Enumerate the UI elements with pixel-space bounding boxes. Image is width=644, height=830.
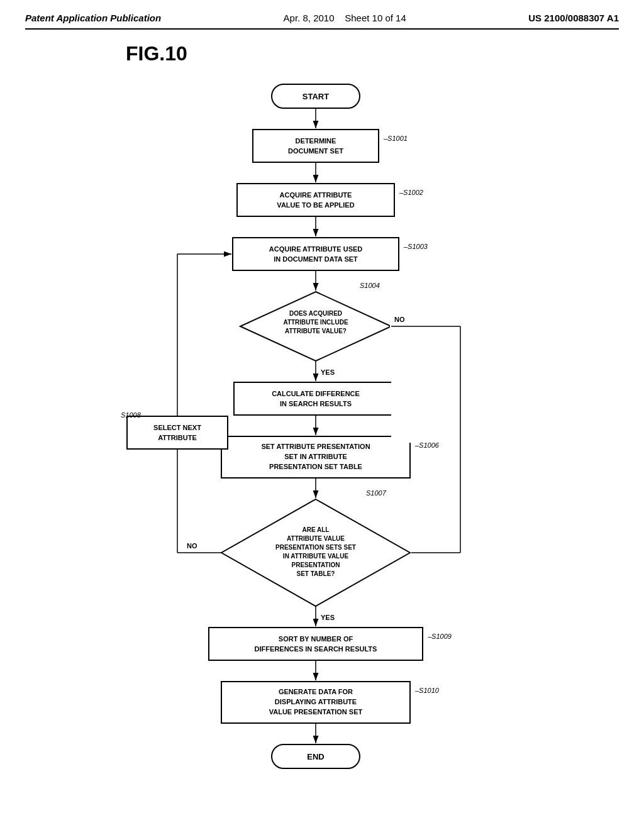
- svg-rect-20: [127, 416, 228, 449]
- s1004-text1: DOES ACQUIRED: [289, 310, 342, 317]
- s1008-label: S1008: [121, 411, 142, 419]
- s1004-label: S1004: [360, 282, 380, 289]
- s1009-line2: DIFFERENCES IN SEARCH RESULTS: [255, 645, 377, 653]
- s1002-label: –S1002: [399, 189, 423, 196]
- s1007-text6: SET TABLE?: [297, 570, 335, 577]
- svg-rect-12: [234, 382, 397, 415]
- s1006-line3: PRESENTATION SET TABLE: [269, 463, 362, 470]
- s1003-line1: ACQUIRE ATTRIBUTE USED: [269, 245, 363, 253]
- flowchart-svg: START DETERMINE DOCUMENT SET –S1001 ACQU…: [102, 78, 542, 782]
- publication-label: Patent Application Publication: [25, 13, 161, 23]
- yes-label-s1004: YES: [321, 368, 335, 376]
- s1005-line1: CALCULATE DIFFERENCE: [272, 390, 360, 397]
- s1009-line1: SORT BY NUMBER OF: [279, 635, 353, 643]
- s1010-line3: VALUE PRESENTATION SET: [269, 708, 363, 716]
- svg-rect-7: [233, 238, 399, 270]
- s1001-line2: DOCUMENT SET: [288, 147, 343, 155]
- fig-title: FIG.10: [126, 42, 187, 65]
- svg-rect-3: [253, 130, 379, 162]
- s1010-line1: GENERATE DATA FOR: [279, 688, 353, 695]
- s1002-line1: ACQUIRE ATTRIBUTE: [280, 191, 352, 199]
- s1001-label: –S1001: [383, 135, 408, 142]
- no-label-s1007: NO: [187, 542, 197, 550]
- sheet-label: Sheet 10 of 14: [345, 13, 406, 23]
- s1004-text3: ATTRIBUTE VALUE?: [285, 328, 347, 335]
- s1007-text5: PRESENTATION: [292, 562, 340, 568]
- s1008-line2: ATTRIBUTE: [158, 434, 197, 441]
- page: Patent Application Publication Apr. 8, 2…: [0, 0, 644, 830]
- s1007-text4: IN ATTRIBUTE VALUE: [283, 553, 349, 560]
- s1003-line2: IN DOCUMENT DATA SET: [274, 255, 358, 263]
- s1007-text2: ATTRIBUTE VALUE: [287, 535, 345, 542]
- s1008-line1: SELECT NEXT: [153, 424, 201, 431]
- s1005-line2: IN SEARCH RESULTS: [280, 400, 352, 407]
- s1001-line1: DETERMINE: [296, 137, 336, 145]
- no-label-s1004-final: NO: [394, 316, 405, 323]
- s1007-text3: PRESENTATION SETS SET: [275, 544, 356, 551]
- s1006-line1: SET ATTRIBUTE PRESENTATION: [261, 443, 370, 450]
- svg-rect-5: [237, 184, 394, 216]
- header: Patent Application Publication Apr. 8, 2…: [25, 13, 619, 30]
- s1007-text1: ARE ALL: [303, 526, 330, 533]
- yes-label-s1007: YES: [321, 614, 335, 621]
- svg-rect-24: [209, 628, 423, 660]
- s1004-text2: ATTRIBUTE INCLUDE: [283, 319, 348, 326]
- s1010-label: –S1010: [414, 687, 440, 694]
- patent-number: US 2100/0088307 A1: [528, 13, 619, 23]
- s1003-label: –S1003: [403, 243, 428, 250]
- date-label: Apr. 8, 2010: [284, 13, 335, 23]
- s1006-line2: SET IN ATTRIBUTE: [284, 453, 347, 460]
- start-text: START: [303, 92, 329, 101]
- s1007-label: S1007: [366, 489, 387, 497]
- s1009-label: –S1009: [427, 633, 452, 640]
- header-center: Apr. 8, 2010 Sheet 10 of 14: [284, 13, 406, 23]
- s1002-line2: VALUE TO BE APPLIED: [277, 201, 354, 209]
- diagram-area: FIG.10 START DETERMINE DOCUMENT SET –S10…: [25, 42, 619, 782]
- s1010-line2: DISPLAYING ATTRIBUTE: [275, 698, 357, 706]
- svg-marker-9: [240, 292, 391, 361]
- end-text: END: [307, 752, 324, 761]
